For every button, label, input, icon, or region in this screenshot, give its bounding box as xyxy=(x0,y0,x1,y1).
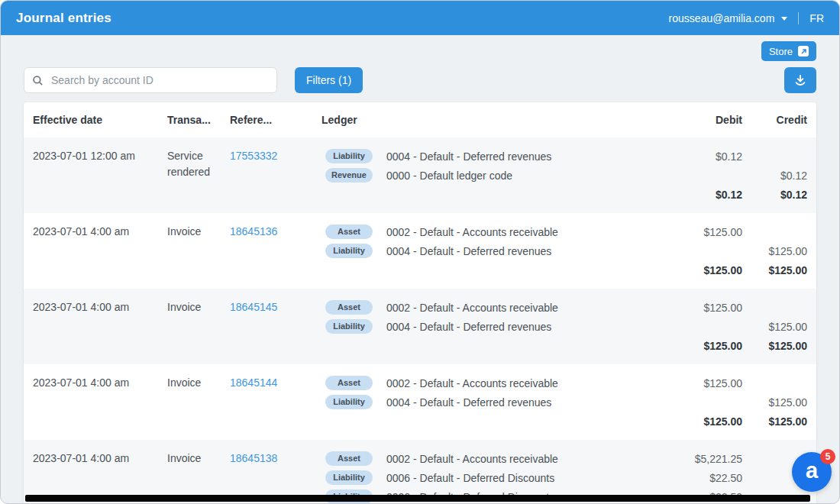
ledger-type-cell: Liability xyxy=(321,395,382,409)
ledger-type-cell: Asset xyxy=(321,376,382,390)
chat-widget-button[interactable]: a 5 xyxy=(792,452,832,492)
table-body: 2023-07-01 12:00 am Service rendered 175… xyxy=(24,137,816,504)
total-debit: $125.00 xyxy=(658,415,742,428)
ledger-line: Revenue 0000 - Default ledger code $0.12 xyxy=(321,166,816,185)
reference-link[interactable]: 17553332 xyxy=(230,150,277,162)
column-ledger: Ledger xyxy=(299,114,658,126)
ledger-type-badge: Liability xyxy=(325,244,373,258)
total-credit: $125.00 xyxy=(742,340,816,352)
ledger-type-badge: Asset xyxy=(325,376,373,390)
table-row: 2023-07-01 4:00 am Invoice 18645136 Asse… xyxy=(24,213,816,289)
ledger-line: Asset 0002 - Default - Accounts receivab… xyxy=(321,449,816,468)
language-toggle[interactable]: FR xyxy=(809,12,824,24)
total-credit: $125.00 xyxy=(742,415,816,428)
table-row: 2023-07-01 12:00 am Service rendered 175… xyxy=(24,137,816,213)
ledger-account: 0004 - Default - Deferred revenues xyxy=(382,245,658,257)
ledger-lines: Asset 0002 - Default - Accounts receivab… xyxy=(299,373,816,431)
column-effective-date: Effective date xyxy=(24,114,167,126)
total-debit: $0.12 xyxy=(658,189,742,201)
store-row: Store xyxy=(24,41,816,61)
search-box xyxy=(24,67,277,93)
debit-amount: $0.12 xyxy=(658,150,742,163)
ledger-type-badge: Asset xyxy=(325,225,373,239)
transaction-type: Invoice xyxy=(167,373,230,431)
ledger-type-badge: Asset xyxy=(325,300,373,315)
credit-amount: $125.00 xyxy=(742,245,816,257)
ledger-line: Asset 0002 - Default - Accounts receivab… xyxy=(321,373,816,393)
table-row: 2023-07-01 4:00 am Invoice 18645145 Asse… xyxy=(24,289,816,364)
row-totals: $0.12 $0.12 xyxy=(321,185,816,204)
store-button[interactable]: Store xyxy=(761,41,816,61)
transaction-type: Invoice xyxy=(167,222,230,279)
ledger-type-cell: Asset xyxy=(321,300,382,315)
filters-button[interactable]: Filters (1) xyxy=(295,67,363,93)
ledger-lines: Asset 0002 - Default - Accounts receivab… xyxy=(299,298,816,355)
reference-cell: 18645136 xyxy=(230,222,299,279)
toolbar: Filters (1) xyxy=(24,67,816,93)
ledger-account: 0000 - Default ledger code xyxy=(382,170,658,182)
row-totals: $125.00 $125.00 xyxy=(321,260,816,279)
ledger-type-cell: Asset xyxy=(321,451,382,466)
debit-amount: $22.50 xyxy=(658,472,742,484)
search-input[interactable] xyxy=(50,73,269,87)
ledger-line: Liability 0006 - Default - Deferred Disc… xyxy=(321,468,816,487)
ledger-type-cell: Asset xyxy=(321,225,382,239)
ledger-account: 0006 - Default - Deferred Discounts xyxy=(382,472,658,484)
top-navbar: Journal entries rousseau@amilia.com FR xyxy=(1,1,839,35)
ledger-line: Asset 0002 - Default - Accounts receivab… xyxy=(321,298,816,317)
table-header: Effective date Transa... Refere... Ledge… xyxy=(24,102,816,137)
ledger-type-cell: Liability xyxy=(321,470,382,485)
reference-cell: 18645145 xyxy=(230,298,299,355)
column-transaction: Transa... xyxy=(167,114,230,126)
ledger-type-cell: Liability xyxy=(321,319,382,334)
reference-link[interactable]: 18645136 xyxy=(230,225,277,237)
ledger-account: 0002 - Default - Accounts receivable xyxy=(382,226,658,238)
effective-date: 2023-07-01 4:00 am xyxy=(24,222,167,279)
journal-table: Effective date Transa... Refere... Ledge… xyxy=(24,102,816,504)
ledger-line: Liability 0004 - Default - Deferred reve… xyxy=(321,317,816,336)
debit-amount: $5,221.25 xyxy=(658,453,742,465)
page-title: Journal entries xyxy=(16,11,111,26)
column-debit: Debit xyxy=(658,114,742,126)
ledger-type-badge: Liability xyxy=(325,470,373,485)
download-button[interactable] xyxy=(784,67,816,93)
credit-amount: $125.00 xyxy=(742,321,816,333)
row-totals: $125.00 $125.00 xyxy=(321,412,816,431)
topbar-divider xyxy=(798,12,799,24)
app-window: Journal entries rousseau@amilia.com FR S… xyxy=(0,0,840,504)
total-credit: $0.12 xyxy=(742,189,816,201)
total-credit: $125.00 xyxy=(742,264,816,276)
chevron-down-icon xyxy=(781,17,787,21)
ledger-type-badge: Liability xyxy=(325,149,373,163)
reference-cell: 18645144 xyxy=(230,373,299,431)
ledger-type-badge: Liability xyxy=(325,395,373,409)
ledger-type-badge: Revenue xyxy=(325,168,373,183)
notification-badge: 5 xyxy=(820,449,835,464)
effective-date: 2023-07-01 4:00 am xyxy=(24,373,167,431)
ledger-account: 0002 - Default - Accounts receivable xyxy=(382,302,658,314)
debit-amount: $125.00 xyxy=(658,377,742,389)
debit-amount: $125.00 xyxy=(658,226,742,238)
effective-date: 2023-07-01 4:00 am xyxy=(24,298,167,355)
external-link-icon xyxy=(798,46,809,57)
reference-cell: 17553332 xyxy=(230,147,299,204)
ledger-type-cell: Liability xyxy=(321,244,382,258)
ledger-type-cell: Liability xyxy=(321,149,382,163)
ledger-lines: Asset 0002 - Default - Accounts receivab… xyxy=(299,222,816,279)
ledger-line: Liability 0004 - Default - Deferred reve… xyxy=(321,147,816,166)
debit-amount: $125.00 xyxy=(658,302,742,314)
ledger-account: 0002 - Default - Accounts receivable xyxy=(382,453,658,465)
ledger-line: Asset 0002 - Default - Accounts receivab… xyxy=(321,222,816,241)
ledger-type-badge: Asset xyxy=(325,451,373,466)
page-content: Store Filters (1) Effective date Transa.… xyxy=(1,35,839,504)
reference-link[interactable]: 18645144 xyxy=(230,376,277,389)
reference-link[interactable]: 18645145 xyxy=(230,301,277,313)
amilia-logo-icon: a xyxy=(806,460,818,482)
user-menu[interactable]: rousseau@amilia.com xyxy=(669,12,788,24)
credit-amount: $0.12 xyxy=(742,170,816,182)
column-credit: Credit xyxy=(742,114,816,126)
ledger-line: Liability 0004 - Default - Deferred reve… xyxy=(321,241,816,260)
reference-link[interactable]: 18645138 xyxy=(230,452,277,464)
search-icon xyxy=(32,75,44,86)
ledger-lines: Liability 0004 - Default - Deferred reve… xyxy=(299,147,816,204)
